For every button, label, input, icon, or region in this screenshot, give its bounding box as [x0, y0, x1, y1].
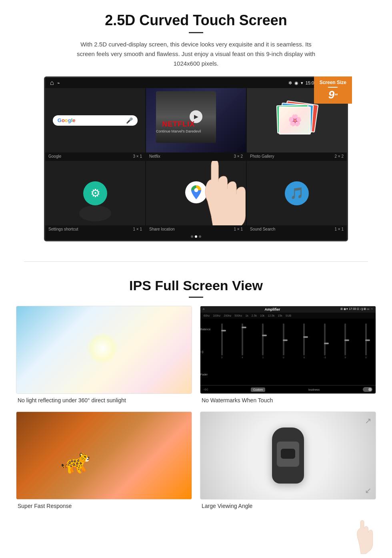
app-content-settings: ⚙ — [45, 161, 145, 225]
app-content-netflix: ▶ NETFLIX Continue Marvel's Daredevil — [146, 88, 246, 153]
amp-fader-label: Fader — [200, 373, 210, 376]
amp-loudness-toggle[interactable] — [363, 387, 372, 392]
car-body — [272, 428, 304, 484]
ips-title-divider — [189, 297, 203, 298]
badge-unit: " — [334, 93, 338, 100]
eq-handle-4[interactable] — [283, 339, 288, 341]
eq-handle-8[interactable] — [365, 339, 370, 341]
netflix-subtitle: Continue Marvel's Daredevil — [156, 129, 201, 133]
settings-shadow — [79, 205, 111, 221]
sun-glow — [86, 332, 118, 364]
eq-bar-7: 0 — [336, 323, 355, 359]
amp-loudness-label: loudness — [308, 388, 320, 391]
eq-val-2: 4 — [242, 356, 243, 359]
app-grid-netflix: 3 × 2 — [234, 154, 243, 159]
app-content-share — [146, 161, 246, 225]
feature-caption-viewing: Large Viewing Angle — [200, 503, 376, 509]
eq-val-6: -3 — [324, 356, 326, 359]
wifi-icon: ▾ — [301, 80, 303, 86]
app-grid-share: 1 × 1 — [234, 227, 243, 231]
amp-custom-btn[interactable]: Custom — [251, 387, 265, 392]
eq-handle-6[interactable] — [324, 343, 329, 344]
amp-main-content: Balance ◁) Fader 3 — [200, 319, 376, 385]
eq-bar-6: -3 — [315, 323, 334, 359]
device-wrapper: ⌂ ⌁ ✻ ◉ ▾ 15:06 ⊡ ◁) ⊠ ▭ — [44, 76, 348, 241]
google-search-bar[interactable]: Google 🎤 — [53, 115, 138, 126]
amp-sidebar: Balance ◁) Fader — [200, 319, 212, 385]
feature-caption-response: Super Fast Response — [16, 503, 192, 509]
mic-icon: 🎤 — [126, 117, 133, 124]
app-label-sound: Sound Search 1 × 1 — [247, 225, 347, 233]
home-icon[interactable]: ⌂ — [50, 79, 54, 86]
section1-title: 2.5D Curved Touch Screen — [24, 12, 368, 29]
dot-1[interactable] — [191, 235, 193, 238]
device-screen: ⌂ ⌁ ✻ ◉ ▾ 15:06 ⊡ ◁) ⊠ ▭ — [44, 76, 348, 241]
hand-pointing-icon — [186, 161, 246, 225]
sound-icon: 🎵 — [285, 181, 309, 205]
amp-freq-labels: 60hz100hz200hz500hz1k2.5k10k12.5k15kSUB — [200, 313, 376, 319]
app-label-netflix: Netflix 3 × 2 — [146, 153, 246, 160]
eq-handle-1[interactable] — [221, 330, 226, 331]
section-divider — [24, 261, 368, 262]
eq-bar-3: 1 — [253, 323, 272, 359]
app-cell-share[interactable]: Share location 1 × 1 — [146, 161, 246, 233]
netflix-figure — [156, 91, 216, 143]
badge-size: 9" — [320, 89, 346, 100]
badge-divider — [328, 87, 338, 88]
photo-stack: 🌸 — [277, 102, 317, 138]
pagination-dots — [45, 233, 347, 240]
amp-bottom-bar: ◁◁ Custom loudness — [200, 385, 376, 393]
bottom-arrow-icon: ↙ — [365, 486, 372, 495]
feature-caption-sunlight: No light reflecting under 360° direct su… — [16, 397, 192, 403]
eq-bars: 3 4 — [212, 319, 376, 359]
app-name-sound: Sound Search — [250, 227, 275, 231]
photo-card-front: 🌸 — [279, 106, 311, 134]
app-grid-sound: 1 × 1 — [334, 227, 344, 231]
device-container: ⌂ ⌁ ✻ ◉ ▾ 15:06 ⊡ ◁) ⊠ ▭ — [24, 76, 368, 241]
eq-handle-2[interactable] — [242, 327, 246, 328]
amp-back-icon[interactable]: ◁◁ — [204, 388, 208, 391]
app-grid-settings: 1 × 1 — [133, 227, 142, 231]
app-name-photos: Photo Gallery — [250, 154, 274, 159]
eq-track-8 — [365, 323, 367, 355]
feature-watermark: ⌂ Amplifier ⊞ ◉ ▾ 17:33 ⊡ ◁) ⊠ ▭ → 60hz1… — [200, 306, 376, 403]
feature-caption-watermark: No Watermarks When Touch — [200, 397, 376, 403]
amp-title: Amplifier — [264, 307, 280, 311]
eq-track-6 — [324, 323, 326, 355]
section-curved-screen: 2.5D Curved Touch Screen With 2.5D curve… — [0, 0, 392, 249]
eq-handle-5[interactable] — [303, 336, 308, 338]
feature-image-sunlight — [16, 306, 192, 394]
cheetah-image: 🐆 — [16, 412, 192, 499]
feature-image-viewing: ↗ ↙ — [200, 411, 376, 500]
eq-track-4 — [283, 323, 284, 355]
eq-track-3 — [262, 323, 264, 355]
eq-val-4: 0 — [283, 356, 284, 359]
usb-icon: ⌁ — [57, 80, 60, 86]
netflix-logo: NETFLIX — [162, 120, 195, 128]
app-cell-settings[interactable]: ⚙ Settings shortcut 1 × 1 — [45, 161, 145, 233]
app-label-google: Google 3 × 1 — [45, 153, 145, 160]
app-cell-sound[interactable]: 🎵 Sound Search 1 × 1 — [247, 161, 347, 233]
eq-val-5: 0 — [304, 356, 305, 359]
eq-handle-7[interactable] — [344, 339, 349, 341]
eq-val-8: 0 — [365, 356, 366, 359]
eq-val-1: 3 — [221, 356, 222, 359]
eq-handle-3[interactable] — [262, 335, 267, 336]
badge-number: 9 — [328, 88, 335, 101]
feature-response: 🐆 Super Fast Response — [16, 411, 192, 509]
bluetooth-icon: ✻ — [288, 80, 292, 86]
location-icon: ◉ — [294, 80, 298, 86]
app-name-share: Share location — [149, 227, 175, 231]
app-name-google: Google — [48, 154, 61, 159]
dot-3[interactable] — [199, 235, 201, 238]
section1-description: With 2.5D curved-display screen, this de… — [76, 40, 316, 68]
badge-label: Screen Size — [320, 80, 346, 85]
screen-size-badge: Screen Size 9" — [314, 76, 352, 104]
feature-viewing: ↗ ↙ Large Viewing Angle — [200, 411, 376, 509]
app-cell-netflix[interactable]: ▶ NETFLIX Continue Marvel's Daredevil Ne… — [146, 88, 246, 160]
eq-bar-2: 4 — [233, 323, 252, 359]
status-bar-left: ⌂ ⌁ — [50, 79, 60, 86]
app-cell-google[interactable]: Google 🎤 Google 3 × 1 — [45, 88, 145, 160]
amp-status-bar: ⌂ Amplifier ⊞ ◉ ▾ 17:33 ⊡ ◁) ⊠ ▭ → — [200, 306, 376, 313]
dot-2[interactable] — [195, 235, 197, 238]
